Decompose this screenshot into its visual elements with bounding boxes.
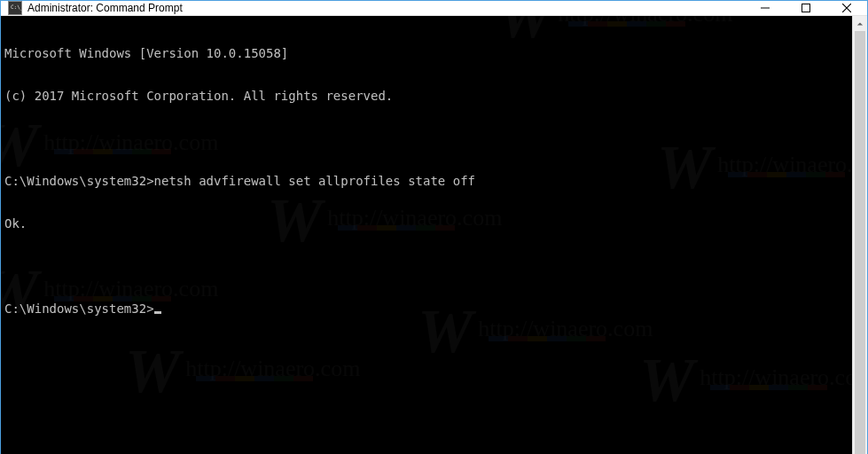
console-area: Microsoft Windows [Version 10.0.15058] (… (1, 16, 867, 454)
scroll-thumb[interactable] (855, 31, 865, 454)
watermark: Whttp://winaero.com (497, 16, 732, 24)
watermark: Whttp://winaero.com (1, 282, 218, 299)
watermark-bars (568, 21, 685, 27)
scroll-up-button[interactable] (853, 16, 867, 31)
maximize-icon (802, 4, 810, 12)
svg-rect-0 (761, 8, 770, 9)
text-cursor (154, 311, 161, 314)
watermark: Whttp://winaero.com (125, 362, 360, 379)
window-controls (745, 1, 867, 15)
watermark-bars (54, 149, 171, 154)
console-line: Ok. (4, 216, 848, 231)
console-prompt-line: C:\Windows\system32> (4, 301, 848, 316)
watermark: Whttp://winaero.com (418, 322, 653, 339)
watermark: Whttp://winaero.com (639, 371, 852, 387)
console-line (4, 131, 848, 145)
vertical-scrollbar[interactable] (852, 16, 867, 454)
watermark-bars (196, 376, 313, 381)
titlebar[interactable]: Administrator: Command Prompt (1, 1, 867, 16)
close-icon (842, 4, 851, 12)
watermark-bars (710, 385, 827, 390)
minimize-button[interactable] (745, 1, 786, 15)
scroll-track[interactable] (853, 31, 867, 454)
watermark-bars (489, 336, 606, 341)
console-line: (c) 2017 Microsoft Corporation. All righ… (4, 89, 848, 103)
console-line: Microsoft Windows [Version 10.0.15058] (4, 46, 848, 60)
svg-rect-1 (802, 4, 810, 12)
watermark: Whttp://winaero.com (657, 158, 852, 175)
maximize-button[interactable] (786, 1, 826, 15)
console-prompt: C:\Windows\system32> (4, 301, 154, 316)
command-prompt-window: Administrator: Command Prompt Microsoft … (0, 0, 868, 454)
chevron-up-icon (856, 20, 864, 27)
console-output[interactable]: Microsoft Windows [Version 10.0.15058] (… (1, 16, 852, 454)
console-line: C:\Windows\system32>netsh advfirewall se… (4, 174, 848, 188)
cmd-icon (8, 1, 22, 15)
minimize-icon (761, 4, 770, 12)
window-title: Administrator: Command Prompt (27, 2, 183, 14)
console-line (4, 259, 848, 273)
close-button[interactable] (826, 1, 867, 15)
